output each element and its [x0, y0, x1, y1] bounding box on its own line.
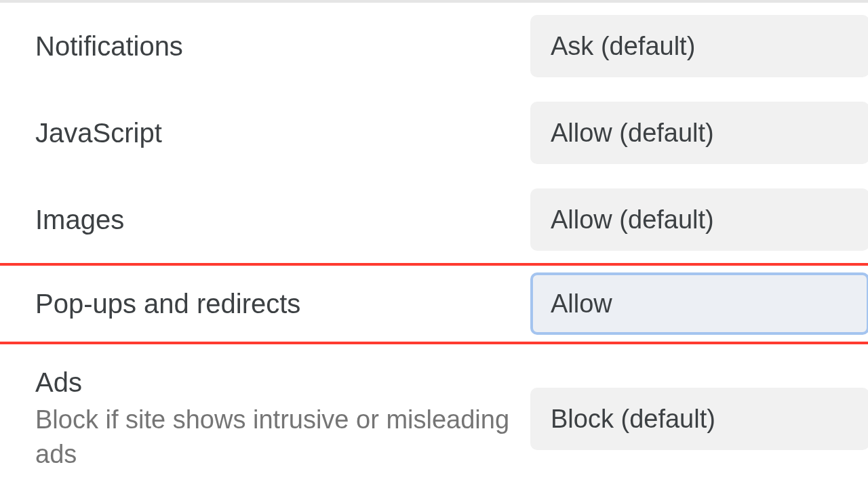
- site-settings-panel: Notifications Ask (default) JavaScript A…: [0, 0, 868, 488]
- setting-select-value: Ask (default): [551, 32, 695, 61]
- setting-label-wrap: Images: [35, 203, 530, 236]
- setting-select-value: Allow (default): [551, 205, 714, 235]
- setting-label-wrap: Notifications: [35, 30, 530, 62]
- setting-row-popups-redirects: Pop-ups and redirects Allow: [0, 263, 868, 344]
- setting-select-value: Block (default): [551, 405, 715, 434]
- setting-subtitle: Block if site shows intrusive or mislead…: [35, 403, 517, 472]
- setting-select-value: Allow: [551, 289, 612, 319]
- setting-label-wrap: Pop-ups and redirects: [35, 287, 530, 320]
- setting-select-notifications[interactable]: Ask (default): [530, 15, 868, 77]
- setting-row-javascript: JavaScript Allow (default): [0, 89, 868, 176]
- setting-row-images: Images Allow (default): [0, 176, 868, 263]
- setting-select-javascript[interactable]: Allow (default): [530, 102, 868, 164]
- setting-select-images[interactable]: Allow (default): [530, 188, 868, 251]
- setting-row-notifications: Notifications Ask (default): [0, 3, 868, 89]
- setting-label: Notifications: [35, 30, 517, 62]
- setting-row-ads: Ads Block if site shows intrusive or mis…: [0, 344, 868, 480]
- setting-label: JavaScript: [35, 117, 517, 149]
- setting-label: Pop-ups and redirects: [35, 287, 517, 320]
- setting-label-wrap: JavaScript: [35, 117, 530, 149]
- setting-label: Images: [35, 203, 517, 236]
- setting-select-popups-redirects[interactable]: Allow: [530, 272, 868, 335]
- setting-label: Ads: [35, 366, 517, 399]
- setting-select-value: Allow (default): [551, 119, 714, 148]
- setting-label-wrap: Ads Block if site shows intrusive or mis…: [35, 366, 530, 472]
- setting-select-ads[interactable]: Block (default): [530, 388, 868, 450]
